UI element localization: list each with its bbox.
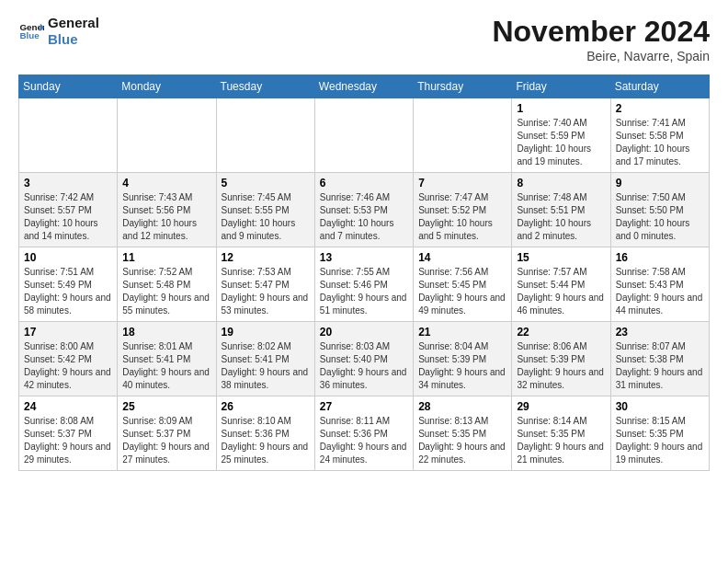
day-info: Sunrise: 7:40 AMSunset: 5:59 PMDaylight:…	[517, 117, 605, 168]
calendar-cell: 2Sunrise: 7:41 AMSunset: 5:58 PMDaylight…	[610, 98, 709, 173]
svg-text:Blue: Blue	[19, 30, 40, 40]
day-number: 16	[616, 251, 704, 264]
calendar-cell: 16Sunrise: 7:58 AMSunset: 5:43 PMDayligh…	[610, 247, 709, 322]
calendar-cell: 22Sunrise: 8:06 AMSunset: 5:39 PMDayligh…	[512, 322, 610, 396]
day-info: Sunrise: 8:08 AMSunset: 5:37 PMDaylight:…	[24, 415, 112, 466]
calendar-cell: 4Sunrise: 7:43 AMSunset: 5:56 PMDaylight…	[118, 173, 216, 247]
day-number: 7	[418, 177, 506, 190]
calendar-cell: 14Sunrise: 7:56 AMSunset: 5:45 PMDayligh…	[414, 247, 512, 322]
calendar-cell	[414, 98, 512, 173]
day-info: Sunrise: 7:50 AMSunset: 5:50 PMDaylight:…	[616, 191, 704, 243]
calendar-cell: 8Sunrise: 7:48 AMSunset: 5:51 PMDaylight…	[512, 173, 610, 247]
weekday-header-row: SundayMondayTuesdayWednesdayThursdayFrid…	[19, 75, 710, 98]
day-info: Sunrise: 8:07 AMSunset: 5:38 PMDaylight:…	[616, 340, 704, 392]
page-header: General Blue General Blue November 2024 …	[18, 15, 710, 63]
logo: General Blue General Blue	[18, 15, 99, 48]
calendar-cell: 24Sunrise: 8:08 AMSunset: 5:37 PMDayligh…	[19, 396, 118, 471]
calendar-cell: 21Sunrise: 8:04 AMSunset: 5:39 PMDayligh…	[414, 322, 512, 396]
day-info: Sunrise: 7:52 AMSunset: 5:48 PMDaylight:…	[122, 266, 210, 317]
day-info: Sunrise: 8:03 AMSunset: 5:40 PMDaylight:…	[320, 340, 408, 392]
day-number: 29	[517, 400, 605, 413]
calendar-cell: 9Sunrise: 7:50 AMSunset: 5:50 PMDaylight…	[610, 173, 709, 247]
weekday-header-monday: Monday	[118, 75, 216, 98]
day-number: 18	[122, 326, 210, 339]
day-info: Sunrise: 8:09 AMSunset: 5:37 PMDaylight:…	[122, 415, 210, 466]
day-info: Sunrise: 8:06 AMSunset: 5:39 PMDaylight:…	[517, 340, 605, 392]
day-info: Sunrise: 7:42 AMSunset: 5:57 PMDaylight:…	[24, 191, 112, 243]
day-number: 20	[320, 326, 408, 339]
calendar-body: 1Sunrise: 7:40 AMSunset: 5:59 PMDaylight…	[19, 98, 710, 471]
week-row-2: 3Sunrise: 7:42 AMSunset: 5:57 PMDaylight…	[19, 173, 710, 247]
logo-icon: General Blue	[18, 18, 44, 44]
day-info: Sunrise: 7:41 AMSunset: 5:58 PMDaylight:…	[616, 117, 704, 168]
title-block: November 2024 Beire, Navarre, Spain	[492, 15, 710, 63]
day-number: 25	[122, 400, 210, 413]
day-info: Sunrise: 7:46 AMSunset: 5:53 PMDaylight:…	[320, 191, 408, 243]
day-number: 17	[24, 326, 112, 339]
calendar-cell: 15Sunrise: 7:57 AMSunset: 5:44 PMDayligh…	[512, 247, 610, 322]
day-info: Sunrise: 7:47 AMSunset: 5:52 PMDaylight:…	[418, 191, 506, 243]
calendar-cell: 12Sunrise: 7:53 AMSunset: 5:47 PMDayligh…	[216, 247, 314, 322]
location: Beire, Navarre, Spain	[492, 49, 710, 63]
day-number: 10	[24, 251, 112, 264]
day-number: 4	[122, 177, 210, 190]
calendar-cell	[314, 98, 413, 173]
day-info: Sunrise: 7:58 AMSunset: 5:43 PMDaylight:…	[616, 266, 704, 317]
calendar-cell: 1Sunrise: 7:40 AMSunset: 5:59 PMDaylight…	[512, 98, 610, 173]
day-number: 5	[222, 177, 310, 190]
day-info: Sunrise: 8:01 AMSunset: 5:41 PMDaylight:…	[122, 340, 210, 392]
calendar-table: SundayMondayTuesdayWednesdayThursdayFrid…	[18, 75, 710, 471]
day-number: 14	[418, 251, 506, 264]
calendar-cell: 23Sunrise: 8:07 AMSunset: 5:38 PMDayligh…	[610, 322, 709, 396]
weekday-header-tuesday: Tuesday	[216, 75, 314, 98]
day-number: 23	[616, 326, 704, 339]
month-title: November 2024	[492, 15, 710, 49]
logo-general: General	[48, 15, 99, 31]
day-info: Sunrise: 8:11 AMSunset: 5:36 PMDaylight:…	[320, 415, 408, 466]
calendar-cell: 7Sunrise: 7:47 AMSunset: 5:52 PMDaylight…	[414, 173, 512, 247]
calendar-cell: 20Sunrise: 8:03 AMSunset: 5:40 PMDayligh…	[314, 322, 413, 396]
week-row-4: 17Sunrise: 8:00 AMSunset: 5:42 PMDayligh…	[19, 322, 710, 396]
day-number: 21	[418, 326, 506, 339]
day-info: Sunrise: 7:57 AMSunset: 5:44 PMDaylight:…	[517, 266, 605, 317]
day-number: 15	[517, 251, 605, 264]
calendar-cell: 3Sunrise: 7:42 AMSunset: 5:57 PMDaylight…	[19, 173, 118, 247]
day-info: Sunrise: 7:45 AMSunset: 5:55 PMDaylight:…	[222, 191, 310, 243]
day-info: Sunrise: 8:02 AMSunset: 5:41 PMDaylight:…	[222, 340, 310, 392]
calendar-cell: 6Sunrise: 7:46 AMSunset: 5:53 PMDaylight…	[314, 173, 413, 247]
day-number: 19	[222, 326, 310, 339]
calendar-cell: 19Sunrise: 8:02 AMSunset: 5:41 PMDayligh…	[216, 322, 314, 396]
day-info: Sunrise: 7:53 AMSunset: 5:47 PMDaylight:…	[222, 266, 310, 317]
day-info: Sunrise: 7:56 AMSunset: 5:45 PMDaylight:…	[418, 266, 506, 317]
day-info: Sunrise: 7:43 AMSunset: 5:56 PMDaylight:…	[122, 191, 210, 243]
day-info: Sunrise: 8:10 AMSunset: 5:36 PMDaylight:…	[222, 415, 310, 466]
day-info: Sunrise: 7:51 AMSunset: 5:49 PMDaylight:…	[24, 266, 112, 317]
day-number: 24	[24, 400, 112, 413]
week-row-3: 10Sunrise: 7:51 AMSunset: 5:49 PMDayligh…	[19, 247, 710, 322]
calendar-cell: 11Sunrise: 7:52 AMSunset: 5:48 PMDayligh…	[118, 247, 216, 322]
day-info: Sunrise: 8:04 AMSunset: 5:39 PMDaylight:…	[418, 340, 506, 392]
day-number: 30	[616, 400, 704, 413]
day-number: 2	[616, 102, 704, 115]
day-number: 12	[222, 251, 310, 264]
day-info: Sunrise: 8:13 AMSunset: 5:35 PMDaylight:…	[418, 415, 506, 466]
day-number: 1	[517, 102, 605, 115]
weekday-header-friday: Friday	[512, 75, 610, 98]
weekday-header-thursday: Thursday	[414, 75, 512, 98]
calendar-cell	[118, 98, 216, 173]
day-number: 9	[616, 177, 704, 190]
calendar-cell: 26Sunrise: 8:10 AMSunset: 5:36 PMDayligh…	[216, 396, 314, 471]
day-number: 11	[122, 251, 210, 264]
calendar-cell: 27Sunrise: 8:11 AMSunset: 5:36 PMDayligh…	[314, 396, 413, 471]
weekday-header-saturday: Saturday	[610, 75, 709, 98]
day-number: 28	[418, 400, 506, 413]
day-number: 22	[517, 326, 605, 339]
calendar-cell: 13Sunrise: 7:55 AMSunset: 5:46 PMDayligh…	[314, 247, 413, 322]
calendar-cell: 28Sunrise: 8:13 AMSunset: 5:35 PMDayligh…	[414, 396, 512, 471]
weekday-header-sunday: Sunday	[19, 75, 118, 98]
day-info: Sunrise: 8:14 AMSunset: 5:35 PMDaylight:…	[517, 415, 605, 466]
day-number: 3	[24, 177, 112, 190]
calendar-cell: 29Sunrise: 8:14 AMSunset: 5:35 PMDayligh…	[512, 396, 610, 471]
day-info: Sunrise: 7:55 AMSunset: 5:46 PMDaylight:…	[320, 266, 408, 317]
logo-blue: Blue	[48, 31, 99, 48]
